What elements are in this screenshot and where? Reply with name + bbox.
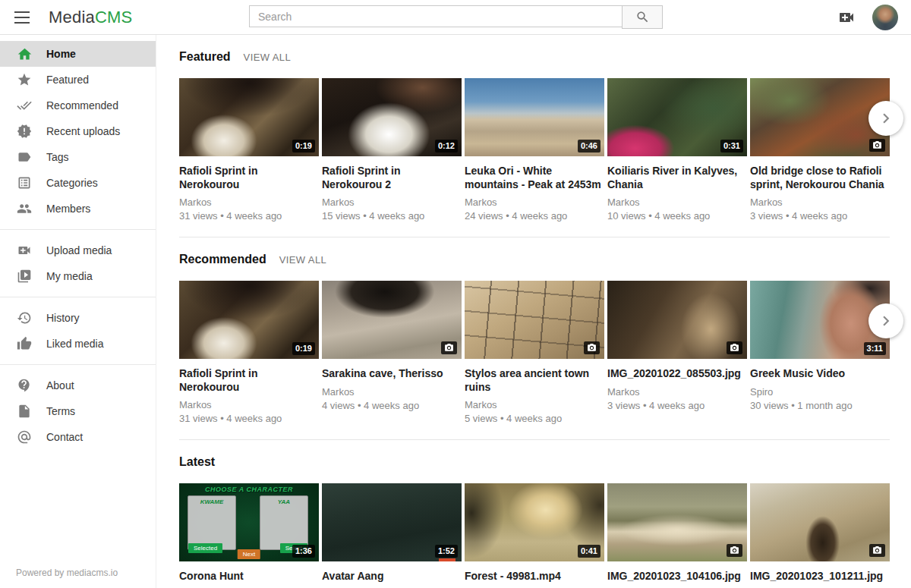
section-divider <box>179 237 890 237</box>
media-meta: 3 views • 4 weeks ago <box>607 400 747 411</box>
sidebar-item-label: Recommended <box>46 99 118 112</box>
sidebar-group-media: Upload media My media <box>0 229 156 289</box>
sidebar-item-recommended[interactable]: Recommended <box>0 93 156 118</box>
media-title[interactable]: IMG_20201023_104106.jpg <box>607 570 747 583</box>
photo-thumbnail[interactable] <box>465 281 604 359</box>
sidebar-item-label: About <box>46 379 74 391</box>
media-card[interactable]: IMG_20201022_085503.jpg Markos 3 views •… <box>607 281 747 424</box>
sidebar-item-featured[interactable]: Featured <box>0 67 156 93</box>
sidebar-item-liked-media[interactable]: Liked media <box>0 331 156 357</box>
game-next-button: Next <box>238 549 260 559</box>
video-thumbnail[interactable]: 0:12 <box>322 78 462 156</box>
media-title[interactable]: Old bridge close to Rafioli sprint, Nero… <box>750 165 890 191</box>
video-thumbnail[interactable]: 1:52 <box>322 483 462 561</box>
chevron-right-icon <box>876 108 896 128</box>
photo-camera-icon <box>727 341 742 354</box>
media-card[interactable]: 0:46 Leuka Ori - White mountains - Peak … <box>465 78 604 222</box>
media-card[interactable]: CHOOSE A CHARACTER KWAME YAA Selected Ne… <box>179 483 319 588</box>
media-title[interactable]: Corona Hunt <box>179 570 319 583</box>
media-meta: 3 views • 4 weeks ago <box>750 210 890 222</box>
media-meta: 4 views • 4 weeks ago <box>322 400 462 411</box>
media-card[interactable]: IMG_20201023_104106.jpg Markos 4 views •… <box>607 483 747 588</box>
media-author[interactable]: Spiro <box>750 386 890 398</box>
section-title: Recommended <box>179 253 266 266</box>
media-author[interactable]: Markos <box>322 386 462 398</box>
at-email-icon <box>16 429 33 445</box>
video-thumbnail[interactable]: 0:41 <box>465 483 604 561</box>
photo-thumbnail[interactable] <box>750 483 890 561</box>
media-author[interactable]: Markos <box>607 386 747 398</box>
media-title[interactable]: Greek Music Video <box>750 367 890 381</box>
sidebar-item-recent-uploads[interactable]: Recent uploads <box>0 118 156 144</box>
media-card[interactable]: Old bridge close to Rafioli sprint, Nero… <box>750 78 890 222</box>
media-author[interactable]: Markos <box>750 197 890 208</box>
sidebar-item-about[interactable]: About <box>0 373 156 398</box>
media-title[interactable]: IMG_20201022_085503.jpg <box>607 367 747 381</box>
media-card[interactable]: 0:19 Rafioli Sprint in Nerokourou Markos… <box>179 281 319 424</box>
powered-by-text[interactable]: Powered by mediacms.io <box>0 568 156 588</box>
media-title[interactable]: Rafioli Sprint in Nerokourou <box>179 165 319 191</box>
sidebar-item-label: Contact <box>46 431 83 443</box>
media-title[interactable]: IMG_20201023_101211.jpg <box>750 570 890 583</box>
media-card[interactable]: 1:52 Avatar Aang Dickson Jr. 12 views • … <box>322 483 462 588</box>
media-title[interactable]: Stylos area ancient town ruins <box>465 367 604 394</box>
sidebar-item-home[interactable]: Home <box>0 41 156 67</box>
media-card[interactable]: IMG_20201023_101211.jpg Markos 4 views •… <box>750 483 890 588</box>
duration-badge: 0:31 <box>720 140 743 153</box>
video-thumbnail[interactable]: 0:19 <box>179 281 319 359</box>
view-all-link[interactable]: VIEW ALL <box>279 254 326 266</box>
video-upload-icon[interactable] <box>837 8 856 27</box>
media-meta: 30 views • 1 month ago <box>750 400 890 411</box>
media-title[interactable]: Sarakina cave, Therisso <box>322 367 462 381</box>
carousel-next-button[interactable] <box>868 101 903 136</box>
sidebar-item-label: Terms <box>46 405 75 417</box>
sidebar-item-terms[interactable]: Terms <box>0 398 156 424</box>
sidebar-item-history[interactable]: History <box>0 305 156 331</box>
carousel-next-button[interactable] <box>868 303 903 338</box>
sidebar-item-tags[interactable]: Tags <box>0 144 156 170</box>
media-author[interactable]: Markos <box>607 197 747 208</box>
menu-icon[interactable] <box>14 11 30 24</box>
game-character-panel: YAA <box>260 495 308 550</box>
media-title[interactable]: Avatar Aang <box>322 570 462 583</box>
media-author[interactable]: Markos <box>322 197 462 208</box>
progress-bar <box>439 558 456 561</box>
user-avatar[interactable] <box>872 5 898 30</box>
media-author[interactable]: Markos <box>179 399 319 410</box>
sidebar-item-contact[interactable]: Contact <box>0 424 156 450</box>
app-logo[interactable]: MediaCMS <box>49 8 132 27</box>
media-title[interactable]: Rafioli Sprint in Nerokourou <box>179 367 319 394</box>
video-thumbnail[interactable]: 0:19 <box>179 78 319 156</box>
media-title[interactable]: Leuka Ori - White mountains - Peak at 24… <box>465 165 604 191</box>
video-thumbnail[interactable]: 0:46 <box>465 78 604 156</box>
media-card[interactable]: 0:31 Koiliaris River in Kalyves, Chania … <box>607 78 747 222</box>
duration-badge: 3:11 <box>864 342 886 355</box>
photo-thumbnail[interactable] <box>322 281 462 359</box>
search-input[interactable] <box>249 5 623 27</box>
sidebar-item-members[interactable]: Members <box>0 196 156 222</box>
view-all-link[interactable]: VIEW ALL <box>244 52 291 63</box>
media-card[interactable]: Sarakina cave, Therisso Markos 4 views •… <box>322 281 462 424</box>
media-author[interactable]: Markos <box>465 197 604 208</box>
media-card[interactable]: Stylos area ancient town ruins Markos 5 … <box>465 281 604 424</box>
photo-thumbnail[interactable] <box>607 483 747 561</box>
sidebar-item-label: Recent uploads <box>46 125 120 137</box>
media-author[interactable]: Markos <box>465 399 604 410</box>
photo-thumbnail[interactable] <box>607 281 747 359</box>
media-card[interactable]: 3:11 Greek Music Video Spiro 30 views • … <box>750 281 890 424</box>
search-icon <box>635 10 650 24</box>
sidebar-item-upload-media[interactable]: Upload media <box>0 237 156 263</box>
sidebar-item-categories[interactable]: Categories <box>0 170 156 196</box>
video-thumbnail[interactable]: 0:31 <box>607 78 747 156</box>
media-title[interactable]: Rafioli Sprint in Nerokourou 2 <box>322 165 462 191</box>
media-card[interactable]: 0:19 Rafioli Sprint in Nerokourou Markos… <box>179 78 319 222</box>
media-author[interactable]: Markos <box>179 197 319 208</box>
sidebar-item-my-media[interactable]: My media <box>0 263 156 289</box>
video-thumbnail[interactable]: CHOOSE A CHARACTER KWAME YAA Selected Ne… <box>179 483 319 561</box>
duration-badge: 0:46 <box>578 140 601 153</box>
media-card[interactable]: 0:41 Forest - 49981.mp4 test 17 views • … <box>465 483 604 588</box>
media-title[interactable]: Koiliaris River in Kalyves, Chania <box>607 165 747 191</box>
media-card[interactable]: 0:12 Rafioli Sprint in Nerokourou 2 Mark… <box>322 78 462 222</box>
search-button[interactable] <box>622 5 663 29</box>
media-title[interactable]: Forest - 49981.mp4 <box>465 570 604 583</box>
